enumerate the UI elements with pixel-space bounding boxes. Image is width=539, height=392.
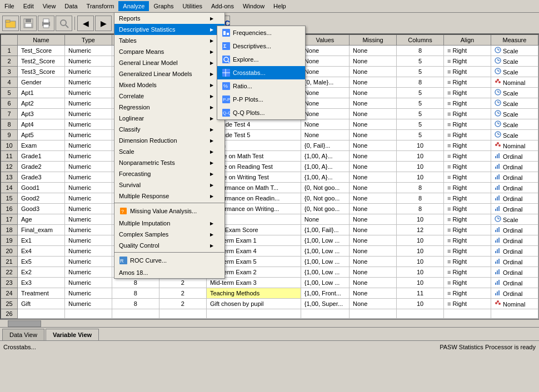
table-cell-align[interactable]: ≡ Right bbox=[443, 214, 491, 225]
table-cell-name[interactable]: Ex4 bbox=[18, 246, 65, 257]
table-cell-missing[interactable]: None bbox=[350, 288, 397, 299]
table-cell-missing[interactable]: None bbox=[350, 67, 397, 77]
table-cell-align[interactable]: ≡ Right bbox=[443, 46, 491, 56]
table-cell-values[interactable]: {0, Not goo... bbox=[301, 204, 349, 214]
menu-loglinear[interactable]: Loglinear▶ bbox=[114, 113, 224, 124]
table-cell-type[interactable]: Numeric bbox=[64, 56, 112, 67]
table-cell-values[interactable]: None bbox=[301, 46, 349, 56]
table-cell-measure[interactable]: Scale bbox=[491, 67, 538, 77]
table-cell-align[interactable]: ≡ Right bbox=[443, 77, 491, 88]
table-cell-name[interactable]: Good3 bbox=[18, 204, 65, 214]
menu-help[interactable]: Help bbox=[269, 1, 291, 11]
table-cell-measure[interactable]: Scale bbox=[491, 119, 538, 130]
menu-survival[interactable]: Survival▶ bbox=[114, 179, 224, 190]
col-header-missing[interactable]: Missing bbox=[350, 35, 397, 46]
menu-generalized-linear[interactable]: Generalized Linear Models▶ bbox=[114, 68, 224, 79]
table-cell-columns[interactable]: 8 bbox=[397, 183, 444, 193]
table-cell-align[interactable]: ≡ Right bbox=[443, 130, 491, 140]
table-cell-measure[interactable]: Scale bbox=[491, 130, 538, 140]
table-cell-align[interactable]: ≡ Right bbox=[443, 257, 491, 267]
table-cell-align[interactable]: ≡ Right bbox=[443, 151, 491, 162]
menu-tables[interactable]: Tables▶ bbox=[114, 35, 224, 46]
menu-analyze[interactable]: Analyze bbox=[118, 1, 149, 11]
table-cell-align[interactable]: ≡ Right bbox=[443, 98, 491, 109]
table-cell-type[interactable]: Numeric bbox=[64, 267, 112, 278]
table-cell-missing[interactable]: None bbox=[350, 130, 397, 140]
table-cell-measure[interactable]: Scale bbox=[491, 109, 538, 119]
table-cell-measure[interactable]: Ordinal bbox=[491, 288, 538, 299]
table-cell-values[interactable]: {0, Fail}... bbox=[301, 140, 349, 151]
save-button[interactable] bbox=[20, 16, 37, 31]
menu-regression[interactable]: Regression▶ bbox=[114, 102, 224, 113]
tab-variable-view[interactable]: Variable View bbox=[46, 329, 99, 340]
col-header-measure[interactable]: Measure bbox=[491, 35, 538, 46]
table-cell-name[interactable]: Test3_Score bbox=[18, 67, 65, 77]
table-cell-values[interactable]: {1,00, A}... bbox=[301, 162, 349, 172]
table-cell-align[interactable]: ≡ Right bbox=[443, 299, 491, 309]
table-cell-width[interactable]: 8 bbox=[112, 278, 159, 288]
table-cell-missing[interactable]: None bbox=[350, 77, 397, 88]
table-cell-missing[interactable]: None bbox=[350, 98, 397, 109]
table-cell-type[interactable]: Numeric bbox=[64, 140, 112, 151]
table-cell-name[interactable]: Gift bbox=[18, 299, 65, 309]
table-cell-width[interactable]: 8 bbox=[112, 288, 159, 299]
submenu-descriptives[interactable]: Σ Descriptives... bbox=[217, 39, 305, 53]
find-button[interactable] bbox=[56, 16, 72, 31]
menu-dimension-reduction[interactable]: Dimension Reduction▶ bbox=[114, 135, 224, 146]
table-cell-align[interactable]: ≡ Right bbox=[443, 162, 491, 172]
table-cell-missing[interactable]: None bbox=[350, 151, 397, 162]
table-cell-type[interactable]: Numeric bbox=[64, 109, 112, 119]
menu-compare-means[interactable]: Compare Means▶ bbox=[114, 46, 224, 57]
table-cell-align[interactable]: ≡ Right bbox=[443, 183, 491, 193]
table-cell-measure[interactable]: Nominal bbox=[491, 299, 538, 309]
table-cell-type[interactable]: Numeric bbox=[64, 204, 112, 214]
forward-button[interactable]: ▶ bbox=[95, 16, 112, 31]
menu-data[interactable]: Data bbox=[60, 1, 82, 11]
table-cell-decimals[interactable]: 2 bbox=[159, 288, 206, 299]
table-cell-columns[interactable]: 5 bbox=[397, 130, 444, 140]
menu-file[interactable]: File bbox=[0, 1, 19, 11]
table-cell-measure[interactable]: Ordinal bbox=[491, 151, 538, 162]
table-cell-values[interactable]: {0, Male}... bbox=[301, 77, 349, 88]
submenu-pp-plots[interactable]: P-P P-P Plots... bbox=[217, 93, 305, 106]
table-cell-empty[interactable] bbox=[112, 309, 159, 319]
submenu-ratio[interactable]: % Ratio... bbox=[217, 79, 305, 93]
table-cell-align[interactable]: ≡ Right bbox=[443, 140, 491, 151]
submenu-qq-plots[interactable]: Q-Q Q-Q Plots... bbox=[217, 106, 305, 119]
table-cell-values[interactable]: None bbox=[301, 109, 349, 119]
tab-data-view[interactable]: Data View bbox=[2, 329, 44, 340]
table-cell-values[interactable]: {0, Not goo... bbox=[301, 193, 349, 204]
menu-scale[interactable]: Scale▶ bbox=[114, 146, 224, 157]
table-cell-name[interactable]: Ex3 bbox=[18, 278, 65, 288]
table-cell-type[interactable]: Numeric bbox=[64, 288, 112, 299]
table-cell-width[interactable]: 8 bbox=[112, 299, 159, 309]
table-cell-columns[interactable]: 10 bbox=[397, 162, 444, 172]
table-cell-values[interactable]: {1,00, Fail}... bbox=[301, 225, 349, 235]
table-cell-align[interactable]: ≡ Right bbox=[443, 278, 491, 288]
table-cell-columns[interactable]: 8 bbox=[397, 77, 444, 88]
col-header-values[interactable]: Values bbox=[301, 35, 349, 46]
menu-utilities[interactable]: Utilities bbox=[178, 1, 207, 11]
menu-amos[interactable]: Amos 18... bbox=[114, 267, 224, 278]
table-cell-columns[interactable]: 10 bbox=[397, 140, 444, 151]
table-cell-columns[interactable]: 10 bbox=[397, 278, 444, 288]
table-cell-name[interactable]: Apt3 bbox=[18, 109, 65, 119]
table-cell-name[interactable]: Exam bbox=[18, 140, 65, 151]
table-cell-type[interactable]: Numeric bbox=[64, 130, 112, 140]
table-cell-measure[interactable]: Ordinal bbox=[491, 257, 538, 267]
table-cell-align[interactable]: ≡ Right bbox=[443, 88, 491, 98]
table-cell-type[interactable]: Numeric bbox=[64, 183, 112, 193]
table-cell-align[interactable]: ≡ Right bbox=[443, 246, 491, 257]
table-cell-values[interactable]: {1,00, Low ... bbox=[301, 267, 349, 278]
table-cell-align[interactable]: ≡ Right bbox=[443, 67, 491, 77]
menu-addons[interactable]: Add-ons bbox=[207, 1, 238, 11]
table-cell-decimals[interactable]: 2 bbox=[159, 299, 206, 309]
table-cell-align[interactable]: ≡ Right bbox=[443, 235, 491, 246]
menu-missing-value[interactable]: ? Missing Value Analysis... bbox=[114, 204, 224, 218]
col-header-name[interactable]: Name bbox=[18, 35, 65, 46]
table-cell-measure[interactable]: Ordinal bbox=[491, 225, 538, 235]
table-cell-values[interactable]: None bbox=[301, 214, 349, 225]
table-cell-missing[interactable]: None bbox=[350, 204, 397, 214]
table-cell-columns[interactable]: 10 bbox=[397, 246, 444, 257]
table-cell-type[interactable]: Numeric bbox=[64, 299, 112, 309]
